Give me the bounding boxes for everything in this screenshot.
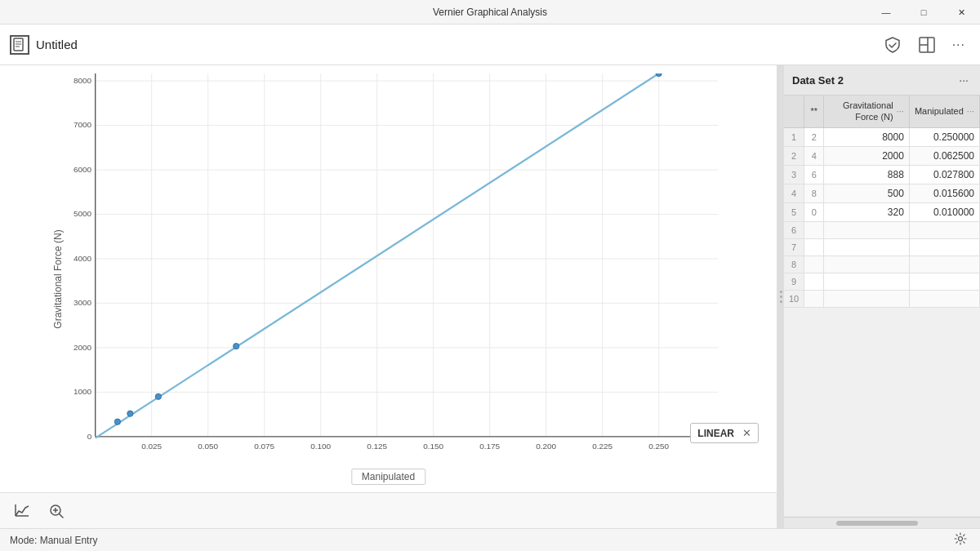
data-scrollbar[interactable] — [784, 517, 980, 528]
status-right — [951, 531, 970, 549]
more-button[interactable]: ··· — [947, 33, 970, 57]
chart-toolbar — [0, 492, 777, 528]
col-header-empty — [784, 96, 804, 127]
x-axis-label: Manipulated — [351, 469, 425, 485]
row-manipulated[interactable] — [909, 290, 979, 307]
svg-text:0.025: 0.025 — [141, 442, 162, 451]
table-row[interactable]: 5 0 320 0.010000 — [784, 202, 980, 221]
row-index: 1 — [784, 127, 804, 146]
svg-text:0.050: 0.050 — [198, 442, 218, 451]
chart-svg: 0 1000 2000 3000 4000 5000 6000 7000 800… — [45, 73, 768, 451]
window-controls: — □ ✕ — [867, 0, 980, 24]
table-header-row: ** Gravitational Force (N) ··· — [784, 96, 980, 127]
row-x: 4 — [804, 146, 824, 165]
row-index: 2 — [784, 146, 804, 165]
data-table: ** Gravitational Force (N) ··· — [784, 96, 980, 308]
graph-icon — [14, 503, 30, 519]
logo-area: Untitled — [10, 35, 879, 55]
row-index: 6 — [784, 221, 804, 238]
row-manipulated[interactable]: 0.027800 — [909, 165, 979, 184]
row-force[interactable] — [824, 256, 910, 273]
svg-point-49 — [234, 343, 239, 349]
dataset-menu-button[interactable]: ··· — [956, 72, 972, 88]
row-manipulated[interactable]: 0.010000 — [909, 202, 979, 221]
row-force[interactable]: 2000 — [824, 146, 910, 165]
row-manipulated[interactable] — [909, 273, 979, 290]
row-manipulated[interactable] — [909, 221, 979, 238]
row-force[interactable] — [824, 290, 910, 307]
table-row[interactable]: 7 — [784, 238, 980, 256]
table-row[interactable]: 4 8 500 0.015600 — [784, 184, 980, 202]
linear-close-button[interactable]: ✕ — [742, 427, 751, 439]
svg-point-48 — [656, 73, 662, 77]
row-force[interactable]: 500 — [824, 184, 910, 202]
svg-text:0.225: 0.225 — [592, 442, 612, 451]
svg-text:0.200: 0.200 — [536, 442, 556, 451]
row-force[interactable]: 320 — [824, 202, 910, 221]
svg-text:5000: 5000 — [74, 209, 92, 218]
force-col-menu-button[interactable]: ··· — [897, 106, 904, 116]
table-row[interactable]: 9 — [784, 273, 980, 290]
main-content: Gravitational Force (N) — [0, 65, 980, 528]
svg-line-56 — [60, 513, 64, 518]
resize-handle[interactable] — [777, 65, 784, 528]
table-row[interactable]: 6 — [784, 221, 980, 238]
app-header: Untitled ··· — [0, 24, 980, 65]
row-force[interactable] — [824, 273, 910, 290]
zoom-tool-button[interactable] — [44, 499, 69, 523]
dataset-menu-icon: ··· — [959, 73, 969, 87]
dataset-title: Data Set 2 — [792, 74, 844, 87]
table-row[interactable]: 2 4 2000 0.062500 — [784, 146, 980, 165]
shield-button[interactable] — [879, 31, 906, 59]
row-index: 9 — [784, 273, 804, 290]
row-force[interactable]: 8000 — [824, 127, 910, 146]
row-manipulated[interactable]: 0.015600 — [909, 184, 979, 202]
row-manipulated[interactable]: 0.062500 — [909, 146, 979, 165]
data-panel: Data Set 2 ··· ** Gravitational Force — [784, 65, 980, 528]
table-row[interactable]: 1 2 8000 0.250000 — [784, 127, 980, 146]
svg-point-52 — [114, 419, 120, 424]
chart-area: Gravitational Force (N) — [0, 65, 777, 528]
data-scrollbar-thumb[interactable] — [836, 521, 918, 526]
row-force[interactable] — [824, 221, 910, 238]
row-manipulated[interactable]: 0.250000 — [909, 127, 979, 146]
svg-point-50 — [155, 393, 161, 399]
maximize-button[interactable]: □ — [905, 0, 942, 24]
row-index: 3 — [784, 165, 804, 184]
col-header-force: Gravitational Force (N) ··· — [824, 96, 910, 127]
row-x: 2 — [804, 127, 824, 146]
row-force[interactable] — [824, 238, 910, 256]
table-row[interactable]: 10 — [784, 290, 980, 307]
chart-container: Gravitational Force (N) — [0, 65, 777, 492]
minimize-button[interactable]: — — [867, 0, 905, 24]
table-row[interactable]: 8 — [784, 256, 980, 273]
svg-text:3000: 3000 — [74, 298, 92, 307]
row-x — [804, 256, 824, 273]
data-scroll[interactable]: ** Gravitational Force (N) ··· — [784, 96, 980, 517]
manipulated-col-menu-button[interactable]: ··· — [967, 106, 974, 116]
app-title: Vernier Graphical Analysis — [433, 7, 547, 18]
status-bar: Mode: Manual Entry — [0, 528, 980, 551]
row-x — [804, 290, 824, 307]
layout-button[interactable] — [913, 31, 941, 59]
svg-text:6000: 6000 — [74, 165, 92, 174]
col-header-row-num: ** — [804, 96, 824, 127]
svg-point-59 — [959, 537, 963, 541]
svg-text:0.125: 0.125 — [367, 442, 387, 451]
layout-icon — [918, 36, 936, 54]
svg-text:0.150: 0.150 — [423, 442, 443, 451]
row-force[interactable]: 888 — [824, 165, 910, 184]
graph-tool-button[interactable] — [10, 499, 34, 523]
row-manipulated[interactable] — [909, 238, 979, 256]
row-manipulated[interactable] — [909, 256, 979, 273]
svg-rect-7 — [96, 73, 719, 437]
dataset-header: Data Set 2 ··· — [784, 65, 980, 96]
svg-text:0.175: 0.175 — [479, 442, 500, 451]
shield-icon — [884, 36, 902, 54]
close-button[interactable]: ✕ — [942, 0, 980, 24]
header-actions: ··· — [879, 31, 970, 59]
svg-text:1000: 1000 — [74, 387, 92, 396]
settings-icon — [954, 532, 967, 545]
status-settings-button[interactable] — [951, 531, 970, 549]
table-row[interactable]: 3 6 888 0.027800 — [784, 165, 980, 184]
